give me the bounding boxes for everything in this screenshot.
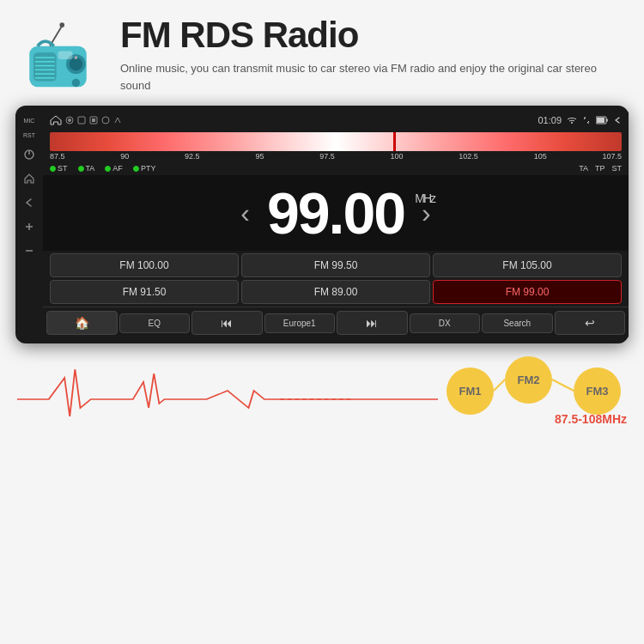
wifi-icon	[567, 116, 577, 125]
svg-point-1	[59, 22, 64, 27]
svg-line-31	[494, 380, 505, 391]
toolbar: 🏠 EQ ⏮ Europe1 ⏭ DX Search	[43, 307, 629, 338]
page-title: FM RDS Radio	[120, 15, 618, 55]
vol-down-button[interactable]	[21, 243, 38, 258]
dx-button[interactable]: DX	[410, 313, 481, 333]
preset-1[interactable]: FM 100.00	[50, 253, 239, 277]
main-screen: 01:09	[43, 111, 629, 338]
svg-point-25	[102, 117, 109, 124]
status-left	[50, 115, 122, 125]
status-icon-5	[113, 116, 122, 125]
search-button[interactable]: Search	[482, 313, 553, 333]
preset-6[interactable]: FM 99.00	[433, 280, 622, 304]
prev-button[interactable]: ⏮	[191, 311, 263, 335]
station-label[interactable]: Europe1	[264, 313, 336, 333]
prev-freq-button[interactable]: ‹	[240, 197, 250, 229]
svg-point-12	[75, 56, 78, 59]
vol-up-button[interactable]	[21, 219, 38, 234]
opt-pty[interactable]: PTY	[133, 164, 156, 173]
home-button[interactable]: 🏠	[46, 311, 118, 335]
ta-tp-st: TA TP ST	[579, 164, 622, 173]
svg-point-13	[72, 79, 81, 88]
preset-4[interactable]: FM 91.50	[50, 280, 239, 304]
opt-st[interactable]: ST	[50, 164, 68, 173]
status-icon-1	[65, 116, 74, 125]
back-side-button[interactable]	[21, 195, 38, 210]
side-buttons: MIC RST	[15, 111, 43, 338]
preset-2[interactable]: FM 99.50	[241, 253, 430, 277]
status-icon-3	[89, 116, 98, 125]
svg-point-21	[68, 118, 71, 122]
home-side-button[interactable]	[21, 171, 38, 186]
ta-dot	[78, 166, 84, 172]
freq-bar-wrap: 87.5 90 92.5 95 97.5 100 102.5 105 107.5	[43, 130, 629, 161]
svg-line-32	[552, 380, 574, 391]
preset-3[interactable]: FM 105.00	[433, 253, 622, 277]
main-frequency: 99.00 MHz	[267, 184, 404, 242]
radio-opts: ST TA AF PTY TA TP ST	[43, 161, 629, 175]
fm-bands: FM1 FM2 FM3 87.5-108MHz	[438, 356, 627, 426]
mic-label: MIC	[24, 118, 35, 124]
stereo-unit: MIC RST	[15, 106, 629, 343]
svg-rect-22	[78, 117, 85, 124]
status-icon-2	[77, 116, 86, 125]
fm-freq-range: 87.5-108MHz	[555, 412, 627, 426]
clock: 01:09	[538, 115, 562, 125]
radio-icon	[17, 20, 103, 97]
af-dot	[105, 166, 111, 172]
top-section: FM RDS Radio Online music, you can trans…	[0, 0, 644, 106]
freq-unit: MHz	[415, 192, 434, 204]
top-text: FM RDS Radio Online music, you can trans…	[103, 15, 618, 94]
freq-indicator	[393, 132, 396, 151]
opt-ta[interactable]: TA	[78, 164, 95, 173]
freq-scale: 87.5 90 92.5 95 97.5 100 102.5 105 107.5	[50, 151, 622, 161]
status-icon-4	[101, 116, 110, 125]
freq-gradient-bar	[50, 132, 622, 151]
status-bar: 01:09	[43, 111, 629, 130]
bottom-section: FM1 FM2 FM3 87.5-108MHz	[0, 343, 644, 434]
expand-icon	[582, 116, 591, 125]
svg-rect-28	[597, 118, 605, 123]
svg-point-26	[571, 122, 573, 124]
presets-grid: FM 100.00 FM 99.50 FM 105.00 FM 91.50 FM…	[43, 251, 629, 307]
freq-display: ‹ 99.00 MHz ›	[43, 175, 629, 251]
rst-label: RST	[23, 132, 35, 138]
back-status-icon	[613, 116, 622, 125]
page-subtitle: Online music, you can transmit music to …	[120, 60, 618, 94]
svg-point-11	[70, 58, 82, 70]
eq-button[interactable]: EQ	[119, 313, 191, 333]
status-right: 01:09	[538, 115, 622, 125]
svg-rect-24	[92, 118, 95, 122]
power-button[interactable]	[21, 147, 38, 162]
st-dot	[50, 166, 56, 172]
waveform	[17, 356, 438, 425]
opt-af[interactable]: AF	[105, 164, 123, 173]
preset-5[interactable]: FM 89.00	[241, 280, 430, 304]
pty-dot	[133, 166, 139, 172]
next-button[interactable]: ⏭	[337, 311, 408, 335]
svg-rect-14	[58, 51, 73, 58]
back-button[interactable]: ↩	[555, 311, 626, 335]
battery-icon	[596, 116, 608, 125]
home-status-icon	[50, 115, 62, 125]
